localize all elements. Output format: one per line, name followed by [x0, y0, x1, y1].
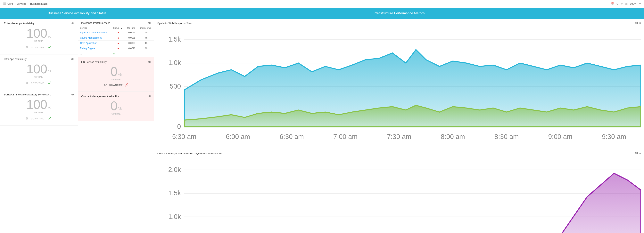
move-icon[interactable]: ✛ [621, 2, 623, 5]
contract-mgmt-title: Contract Management Availability [81, 95, 119, 98]
svg-marker-30 [184, 173, 641, 233]
more-uptime: - - - - [125, 51, 138, 56]
status-error-icon: ● [117, 41, 119, 45]
schwab-widget: SCHWAB - Investment Advisory Services A.… [0, 90, 78, 126]
svg-text:7:30 am: 7:30 am [387, 133, 411, 140]
right-widget-column: Insurance Portal Services 4H Service Sta… [78, 19, 154, 233]
contract-uptime-label: UPTIME [81, 113, 151, 115]
svg-text:6:00 am: 6:00 am [226, 133, 250, 140]
infra-status-icon: ✓ [48, 80, 52, 86]
service-uptime: 0.00% [125, 35, 138, 41]
menu-icon[interactable]: ☰ [3, 2, 6, 6]
infra-uptime-label: UPTIME [4, 76, 74, 78]
service-uptime: 0.00% [125, 46, 138, 51]
schwab-uptime-val: 100 [26, 98, 47, 111]
infra-uptime-val: 100 [26, 63, 47, 75]
more-status: ● [111, 51, 125, 56]
service-name[interactable]: Rating Engine [78, 46, 111, 51]
col-service: Service [78, 26, 111, 30]
col-status[interactable]: Status ▲ [111, 26, 125, 30]
service-name[interactable]: Agent & Consumer Portal [78, 30, 111, 35]
service-downtime: 4h [138, 30, 154, 35]
synthetic-web-chart-widget: Synthetic Web Response Time 4H ≡ 1.5k 1.… [154, 19, 644, 149]
add-icon[interactable]: + [639, 2, 641, 6]
right-panel: Infrastructure Performance Metrics Synth… [154, 8, 644, 233]
enterprise-uptime-label: UPTIME [4, 40, 74, 42]
hr-status-icon: ✗ [125, 83, 128, 88]
service-table: Service Status ▲ Up Time Down Time Agent… [78, 26, 154, 56]
svg-text:8:00 am: 8:00 am [441, 133, 465, 140]
table-header-row: Service Status ▲ Up Time Down Time [78, 26, 154, 30]
enterprise-apps-widget: Enterprise Apps Availability 4H 100% UPT… [0, 19, 78, 54]
service-status: ● [111, 30, 125, 35]
hr-service-widget: HR Service Availability 4H 0% UPTIME 4h … [78, 57, 154, 92]
infra-app-widget: Infra App Availability 4H 100% UPTIME 0 … [0, 54, 78, 90]
schwab-downtime-label: DOWNTIME [31, 117, 44, 120]
status-error-icon: ● [117, 47, 119, 50]
main-container: Business Service Availability and Status… [0, 8, 644, 233]
insurance-portal-title: Insurance Portal Services [81, 21, 110, 24]
synthetic-web-chart: 1.5k 1.0k 500 0 [158, 26, 641, 147]
contract-uptime-unit: % [118, 107, 122, 111]
service-name[interactable]: Core Application [78, 41, 111, 46]
schwab-uptime-label: UPTIME [4, 111, 74, 114]
svg-text:1.5k: 1.5k [168, 189, 181, 197]
hr-uptime-label: UPTIME [81, 78, 151, 81]
contract-synthetics-svg: 2.0k 1.5k 1.0k 500 0 5:30 am 6:00 am 6:3… [158, 157, 641, 233]
list-icon-2[interactable]: ≡ [639, 152, 641, 155]
svg-text:9:00 am: 9:00 am [548, 133, 572, 140]
insurance-portal-period: 4H [148, 22, 151, 24]
table-row: Rating Engine ● 0.00% 4h [78, 46, 154, 51]
refresh-icon[interactable]: ↻ [616, 2, 618, 5]
schwab-uptime-unit: % [48, 105, 52, 110]
enterprise-apps-title: Enterprise Apps Availability [4, 22, 34, 25]
enterprise-downtime-label: DOWNTIME [31, 46, 44, 49]
enterprise-apps-period: 4H [71, 22, 74, 25]
svg-text:8:30 am: 8:30 am [494, 133, 519, 140]
status-error-icon: ● [117, 36, 119, 39]
enterprise-uptime-unit: % [48, 34, 52, 38]
enterprise-status-icon: ✓ [48, 44, 52, 50]
infra-downtime-val: 0 [26, 81, 28, 85]
minimize-icon[interactable]: ▭ [625, 2, 628, 5]
synthetic-web-title: Synthetic Web Response Time [158, 22, 192, 24]
breadcrumb-item-1[interactable]: Core IT Services [8, 2, 26, 5]
service-downtime: 4h [138, 35, 154, 41]
infra-app-period: 4H [71, 58, 74, 60]
topbar: ☰ Core IT Services › Business Maps 📅 ↻ ✛… [0, 0, 644, 8]
status-error-icon: ● [117, 31, 119, 34]
col-uptime: Up Time [125, 26, 138, 30]
infra-uptime-unit: % [48, 70, 52, 74]
table-row: ... ● - - - - - - - - [78, 51, 154, 56]
calendar-icon[interactable]: 📅 [611, 2, 614, 5]
contract-mgmt-period: 4H [148, 95, 151, 98]
widgets-row: Enterprise Apps Availability 4H 100% UPT… [0, 19, 154, 233]
contract-synthetics-title: Contract Management Services - Synthetic… [158, 152, 222, 155]
more-services: ... [78, 51, 111, 56]
schwab-title: SCHWAB - Investment Advisory Services A.… [4, 93, 51, 96]
service-downtime: 4h [138, 46, 154, 51]
right-section-header: Infrastructure Performance Metrics [154, 8, 644, 19]
hr-uptime-val: 0 [110, 65, 118, 78]
svg-text:0: 0 [177, 123, 181, 130]
svg-text:7:00 am: 7:00 am [333, 133, 358, 140]
svg-text:6:30 am: 6:30 am [280, 133, 304, 140]
table-row: Core Application ● 0.00% 4h [78, 41, 154, 46]
more-downtime: - - - - [138, 51, 154, 56]
schwab-downtime-val: 0 [26, 117, 28, 120]
svg-text:5:30 am: 5:30 am [172, 133, 196, 140]
contract-synthetics-period: 4H [635, 152, 638, 155]
contract-mgmt-widget: Contract Management Availability 4H 0% U… [78, 92, 154, 121]
service-status: ● [111, 46, 125, 51]
svg-text:1.0k: 1.0k [168, 59, 181, 66]
svg-text:1.0k: 1.0k [168, 213, 181, 220]
service-name[interactable]: Claims Management [78, 35, 111, 41]
zoom-level: 100% [630, 2, 636, 5]
table-row: Claims Management ● 0.00% 4h [78, 35, 154, 41]
svg-text:9:30 am: 9:30 am [602, 133, 626, 140]
list-icon-1[interactable]: ≡ [639, 21, 641, 24]
left-section-header: Business Service Availability and Status [0, 8, 154, 19]
hr-downtime-val: 4h [104, 83, 108, 87]
table-row: Agent & Consumer Portal ● 0.00% 4h [78, 30, 154, 35]
service-uptime: 0.00% [125, 30, 138, 35]
